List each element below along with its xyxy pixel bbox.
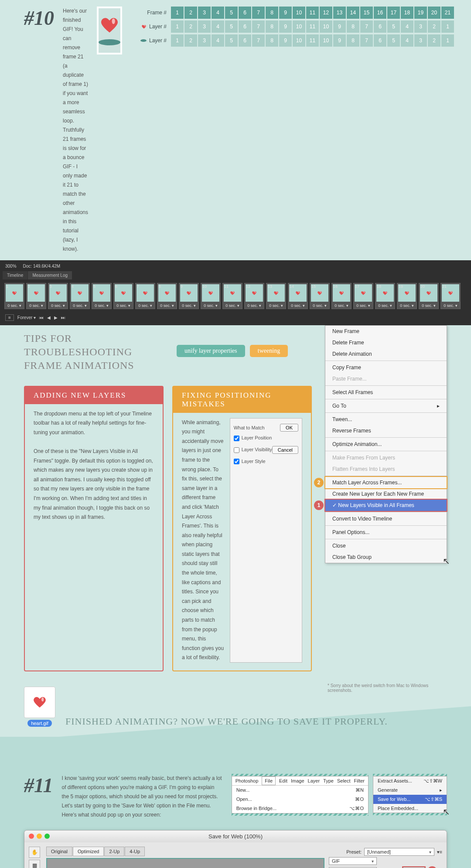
tab-2up[interactable]: 2-Up bbox=[104, 847, 124, 856]
measurement-tab[interactable]: Measurement Log bbox=[28, 271, 72, 279]
ctx-item[interactable]: Optimize Animation... bbox=[325, 439, 447, 450]
ctx-item[interactable]: New Frame bbox=[325, 326, 447, 337]
preview-canvas: 5 GIF36.6K8 sec @ 56.6 Kbps ▾ 98% dither… bbox=[46, 858, 324, 868]
next-frame-button[interactable]: ⏭ bbox=[61, 315, 65, 320]
tag-tweening: tweening bbox=[250, 345, 288, 357]
timeline-tab[interactable]: Timeline bbox=[3, 271, 27, 279]
tab-optimized[interactable]: Optimized bbox=[73, 847, 104, 856]
timeline-frame[interactable]: 200 sec. ▾ bbox=[419, 283, 439, 309]
timeline-context-menu: New FrameDelete FrameDelete AnimationCop… bbox=[325, 325, 447, 563]
ctx-item[interactable]: Delete Frame bbox=[325, 337, 447, 348]
timeline-frame[interactable]: 60 sec. ▾ bbox=[113, 283, 133, 309]
ok-button[interactable]: OK bbox=[280, 424, 298, 432]
ctx-item[interactable]: Close Tab Group bbox=[325, 551, 447, 563]
ctx-item[interactable]: Make Frames From Layers bbox=[325, 452, 447, 463]
tip-heading: FIXING POSITIONING MISTAKES bbox=[173, 387, 311, 413]
step-text: Here's our finished GIF! You can remove … bbox=[63, 7, 88, 254]
ctx-item[interactable]: Select All Frames bbox=[325, 387, 447, 398]
timeline-frame[interactable]: 70 sec. ▾ bbox=[135, 283, 155, 309]
tips-heading: TIPS FOR TROUBLESHOOTING FRAME ANIMATION… bbox=[24, 332, 164, 373]
timeline-frame[interactable]: 210 sec. ▾ bbox=[440, 283, 461, 309]
ctx-match-layer[interactable]: 2Match Layer Across Frames... bbox=[324, 476, 447, 489]
timeline-frame[interactable]: 160 sec. ▾ bbox=[331, 283, 352, 309]
ctx-item[interactable]: Panel Options... bbox=[325, 527, 447, 538]
ctx-item[interactable]: Tween... bbox=[325, 414, 447, 425]
cursor-icon: ↖ bbox=[443, 556, 450, 566]
ctx-item[interactable]: Delete Animation bbox=[325, 348, 447, 360]
ctx-item[interactable]: Copy Frame bbox=[325, 362, 447, 373]
layer-visibility-check bbox=[234, 447, 239, 453]
cancel-button[interactable]: Cancel bbox=[272, 446, 298, 454]
heart-icon bbox=[99, 16, 120, 35]
preset-select[interactable]: [Unnamed] bbox=[364, 848, 434, 856]
timeline-frame[interactable]: 170 sec. ▾ bbox=[353, 283, 373, 309]
ctx-item[interactable]: Go To ▸ bbox=[325, 400, 447, 412]
heart-preview bbox=[97, 7, 122, 54]
ctx-item[interactable]: Reverse Frames bbox=[325, 425, 447, 436]
tip-heading: ADDING NEW LAYERS bbox=[25, 387, 163, 404]
doc-size: Doc: 149.6K/4.42M bbox=[23, 264, 61, 269]
timeline-frame[interactable]: 190 sec. ▾ bbox=[397, 283, 417, 309]
timeline-frame[interactable]: 40 sec. ▾ bbox=[70, 283, 90, 309]
tab-4up[interactable]: 4-Up bbox=[125, 847, 145, 856]
timeline-frame[interactable]: 100 sec. ▾ bbox=[201, 283, 221, 309]
cursor-icon: ↖ bbox=[443, 807, 450, 817]
format-select[interactable]: GIF bbox=[329, 857, 377, 865]
timeline-frame[interactable]: 180 sec. ▾ bbox=[375, 283, 395, 309]
timeline-frame[interactable]: 30 sec. ▾ bbox=[48, 283, 68, 309]
screenshot-note: * Sorry about the weird switch from Mac … bbox=[325, 681, 447, 695]
ctx-item[interactable]: Flatten Frames Into Layers bbox=[325, 463, 447, 475]
timeline-frame[interactable]: 90 sec. ▾ bbox=[179, 283, 199, 309]
ctx-new-layers-visible[interactable]: 1✓ New Layers Visible in All Frames bbox=[324, 499, 447, 512]
timeline-frame[interactable]: 150 sec. ▾ bbox=[310, 283, 330, 309]
zoom-level: 300% bbox=[5, 264, 17, 269]
timeline-frame[interactable]: 140 sec. ▾ bbox=[288, 283, 308, 309]
tip-adding-layers: ADDING NEW LAYERS The dropdown menu at t… bbox=[24, 386, 164, 671]
step-number: #10 bbox=[24, 7, 54, 30]
timeline-frame[interactable]: 120 sec. ▾ bbox=[244, 283, 264, 309]
ctx-item[interactable]: Close bbox=[325, 540, 447, 551]
match-layer-popup: What to MatchOK Layer Position Layer Vis… bbox=[230, 418, 302, 663]
timeline-frame[interactable]: 130 sec. ▾ bbox=[266, 283, 286, 309]
ctx-item[interactable]: Create New Layer for Each New Frame bbox=[325, 488, 447, 500]
tag-unify: unify layer properties bbox=[177, 345, 245, 357]
photoshop-timeline-panel: 300% Doc: 149.6K/4.42M Timeline Measurem… bbox=[0, 260, 471, 325]
frame-layer-table: Frame #123456789101112131415161718192021… bbox=[131, 7, 454, 47]
loop-select[interactable]: Forever ▾ bbox=[17, 315, 36, 320]
timeline-frame[interactable]: 50 sec. ▾ bbox=[92, 283, 112, 309]
layer-style-check bbox=[234, 459, 239, 464]
slice-tool[interactable]: ▦ bbox=[29, 860, 40, 868]
hand-tool[interactable]: ✋ bbox=[29, 847, 40, 858]
heart-gif-file: heart.gif bbox=[24, 687, 55, 727]
badge-1: 1 bbox=[427, 866, 437, 868]
tab-original[interactable]: Original bbox=[46, 847, 72, 856]
ctx-item[interactable]: Paste Frame... bbox=[325, 373, 447, 385]
timeline-frame[interactable]: 110 sec. ▾ bbox=[222, 283, 242, 309]
tip-positioning: FIXING POSITIONING MISTAKES While animat… bbox=[172, 386, 312, 671]
timeline-frame[interactable]: 20 sec. ▾ bbox=[26, 283, 46, 309]
save-for-web-dialog: Save for Web (100%) ✋ ▦ 🔍 ✎ Original Opt… bbox=[24, 830, 447, 868]
ctx-item[interactable]: Convert to Video Timeline bbox=[325, 513, 447, 524]
step-number: #11 bbox=[24, 774, 53, 797]
file-menu-sample: PhotoshopFileEditImageLayerTypeSelectFil… bbox=[232, 776, 369, 814]
prev-frame-button[interactable]: ◀ bbox=[47, 315, 51, 320]
timeline-frame[interactable]: 10 sec. ▾ bbox=[4, 283, 24, 309]
first-frame-button[interactable]: ⏮ bbox=[39, 315, 44, 320]
timeline-frame[interactable]: 80 sec. ▾ bbox=[157, 283, 177, 309]
dialog-title: Save for Web (100%) bbox=[208, 833, 263, 840]
step-text: I know 'saving your work' seems really b… bbox=[61, 774, 222, 820]
file-submenu-sample: Extract Assets...⌥⇧⌘WGenerate▸Save for W… bbox=[373, 776, 447, 813]
play-button[interactable]: ▶ bbox=[54, 315, 58, 320]
layer-position-check bbox=[234, 436, 239, 441]
section-heading: FINISHED ANIMATING? NOW WE'RE GOING TO S… bbox=[65, 715, 388, 728]
sfw-toolbar: ✋ ▦ 🔍 ✎ bbox=[29, 847, 42, 868]
